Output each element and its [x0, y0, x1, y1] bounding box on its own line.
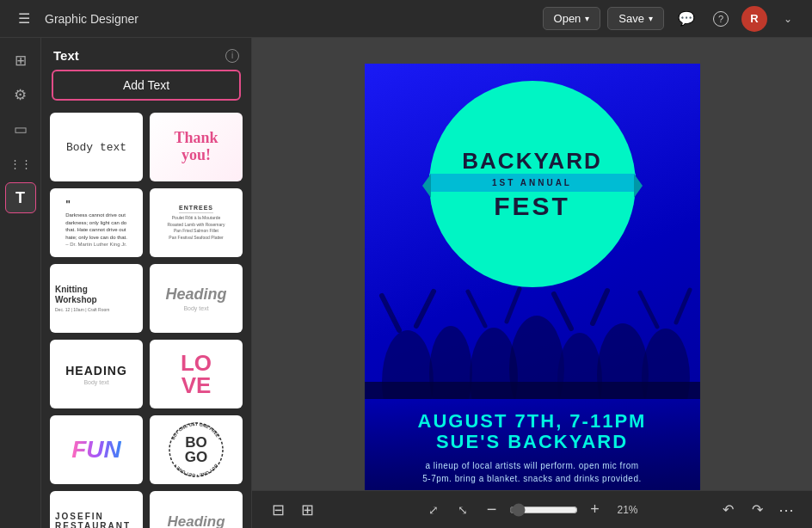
canvas-toolbar-right: ↶ ↷ ⋯: [716, 498, 798, 522]
text-tiles-scroll[interactable]: Body text Thankyou! " Darkness cannot dr…: [41, 109, 251, 528]
comment-button[interactable]: 💬: [673, 5, 700, 33]
circle-container: BACKYARD 1ST ANNUAL: [429, 81, 636, 287]
grid-icon: ⊞: [301, 500, 314, 519]
tile-bogo[interactable]: BUY ONE GET ONE FREE • BUY ONE • GET ONE…: [150, 415, 243, 484]
text-panel-title: Text: [53, 48, 79, 63]
main-layout: ⊞ ⚙ ▭ ⋮⋮ T Text i Add Text: [0, 38, 812, 528]
event-date: AUGUST 7TH, 7-11PM: [380, 411, 685, 432]
undo-button[interactable]: ↶: [716, 498, 740, 522]
more-icon: ⋯: [778, 500, 794, 519]
sidebar-icon-filters[interactable]: ⚙: [5, 79, 36, 110]
help-icon: ?: [713, 11, 729, 27]
hamburger-icon: ☰: [18, 10, 30, 27]
app-title: Graphic Designer: [45, 12, 138, 26]
canvas-toolbar-center: ⤢ ⤡ − + 21%: [421, 498, 643, 522]
design-canvas[interactable]: BACKYARD 1ST ANNUAL: [365, 64, 700, 502]
sidebar-icon-text[interactable]: T: [5, 182, 36, 213]
canvas-toolbar-left: ⊟ ⊞: [266, 498, 319, 522]
zoom-out-icon: −: [487, 500, 497, 519]
comment-icon: 💬: [678, 10, 695, 27]
sidebar-icon-layout[interactable]: ▭: [5, 114, 36, 144]
svg-text:BUY ONE • GET ONE •: BUY ONE • GET ONE •: [173, 464, 219, 478]
expand-button[interactable]: ⌄: [774, 5, 802, 33]
info-icon[interactable]: i: [225, 49, 239, 63]
tile-josefin[interactable]: JOSEFINRestaurant & Bar: [50, 491, 143, 528]
text-panel: Text i Add Text Body text Thankyou!: [41, 38, 252, 528]
topbar-center: Open ▾ Save ▾: [543, 7, 664, 30]
save-chevron-icon: ▾: [649, 14, 653, 23]
zoom-percentage: 21%: [612, 504, 643, 516]
event-location: SUE'S BACKYARD: [380, 432, 685, 452]
layers-icon: ⊟: [272, 500, 285, 519]
help-button[interactable]: ?: [707, 5, 735, 33]
add-text-button[interactable]: Add Text: [52, 70, 241, 101]
zoom-in-icon: +: [590, 500, 600, 519]
tile-heading-bold[interactable]: HEADING Body text: [50, 340, 143, 408]
undo-icon: ↶: [723, 501, 734, 518]
zoom-out-button[interactable]: −: [480, 498, 504, 522]
fit-icon: ⤢: [428, 503, 439, 517]
canvas-wrapper: BACKYARD 1ST ANNUAL: [365, 64, 700, 502]
zoom-in-button[interactable]: +: [583, 498, 607, 522]
tile-knitting[interactable]: KnittingWorkshop Dec. 12 | 10am | Craft …: [50, 264, 143, 333]
tile-menu[interactable]: Entrees Poulet Rôti à la Moutarde Roaste…: [150, 188, 243, 257]
tiles-grid: Body text Thankyou! " Darkness cannot dr…: [50, 113, 243, 528]
text-panel-header: Text i: [41, 38, 251, 70]
more-button[interactable]: ⋯: [774, 498, 798, 522]
apps-icon: ⋮⋮: [9, 157, 32, 170]
poster-background: BACKYARD 1ST ANNUAL: [365, 64, 700, 502]
layout-icon: ▭: [14, 120, 28, 138]
zoom-slider[interactable]: [509, 503, 578, 517]
poster-bottom: AUGUST 7TH, 7-11PM SUE'S BACKYARD A line…: [365, 398, 700, 502]
resize-button[interactable]: ⤡: [451, 498, 475, 522]
topbar: ☰ Graphic Designer Open ▾ Save ▾ 💬 ? R ⌄: [0, 0, 812, 38]
topbar-right: 💬 ? R ⌄: [673, 5, 802, 33]
menu-button[interactable]: ☰: [10, 5, 38, 33]
main-circle: BACKYARD 1ST ANNUAL: [429, 81, 636, 287]
ribbon-banner: 1ST ANNUAL: [429, 174, 636, 192]
tile-heading-bottom[interactable]: Heading Body text: [150, 491, 243, 528]
icon-sidebar: ⊞ ⚙ ▭ ⋮⋮ T: [0, 38, 41, 528]
tile-body-text[interactable]: Body text: [50, 113, 143, 181]
topbar-left: ☰ Graphic Designer: [10, 5, 534, 33]
grid-button[interactable]: ⊞: [295, 498, 319, 522]
filters-icon: ⚙: [14, 86, 27, 104]
tile-love[interactable]: LOVE: [150, 340, 243, 408]
avatar[interactable]: R: [741, 6, 767, 32]
canvas-area: BACKYARD 1ST ANNUAL: [252, 38, 812, 528]
redo-button[interactable]: ↷: [745, 498, 769, 522]
resize-icon: ⤡: [458, 503, 468, 517]
text-icon: T: [15, 189, 25, 207]
fest-text: FEST: [429, 193, 636, 219]
save-button[interactable]: Save ▾: [607, 7, 664, 30]
canvas-toolbar: ⊟ ⊞ ⤢ ⤡ − + 21%: [252, 490, 812, 528]
layers-button[interactable]: ⊟: [266, 498, 290, 522]
tile-quote[interactable]: " Darkness cannot drive outdarkness; onl…: [50, 188, 143, 257]
tile-thank-you[interactable]: Thankyou!: [150, 113, 243, 181]
elements-icon: ⊞: [15, 52, 27, 70]
open-button[interactable]: Open ▾: [543, 7, 601, 30]
redo-icon: ↷: [752, 501, 763, 518]
svg-rect-10: [365, 382, 700, 399]
backyard-text: BACKYARD: [429, 150, 636, 172]
sidebar-icon-apps[interactable]: ⋮⋮: [5, 148, 36, 179]
sidebar-icon-elements[interactable]: ⊞: [5, 45, 36, 76]
expand-icon: ⌄: [784, 13, 792, 25]
open-chevron-icon: ▾: [585, 14, 589, 23]
fit-button[interactable]: ⤢: [421, 498, 446, 522]
tile-heading-script[interactable]: Heading Body text: [150, 264, 243, 333]
tile-fun[interactable]: FUN: [50, 415, 143, 484]
event-description: A lineup of local artists will perform. …: [380, 459, 685, 485]
